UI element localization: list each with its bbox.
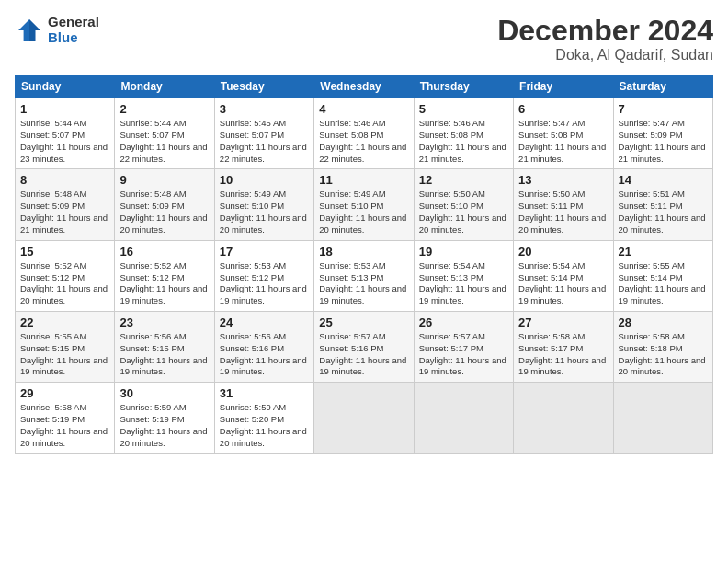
day-detail: Sunrise: 5:50 AMSunset: 5:11 PMDaylight:… (518, 189, 606, 234)
calendar-cell: 16Sunrise: 5:52 AMSunset: 5:12 PMDayligh… (115, 240, 214, 311)
calendar-title: December 2024 (497, 15, 713, 47)
day-number: 11 (319, 173, 408, 187)
col-thursday: Thursday (414, 75, 513, 98)
calendar-cell: 21Sunrise: 5:55 AMSunset: 5:14 PMDayligh… (613, 240, 712, 311)
logo: General Blue (15, 15, 99, 45)
day-detail: Sunrise: 5:55 AMSunset: 5:14 PMDaylight:… (619, 260, 706, 305)
day-number: 14 (619, 173, 708, 187)
day-number: 22 (20, 316, 109, 329)
calendar-cell: 10Sunrise: 5:49 AMSunset: 5:10 PMDayligh… (214, 169, 313, 240)
calendar-cell (314, 383, 414, 454)
day-number: 25 (319, 316, 408, 329)
day-detail: Sunrise: 5:53 AMSunset: 5:13 PMDaylight:… (319, 260, 406, 305)
week-row-1: 8Sunrise: 5:48 AMSunset: 5:09 PMDaylight… (16, 169, 713, 240)
calendar-body: 1Sunrise: 5:44 AMSunset: 5:07 PMDaylight… (16, 98, 713, 454)
calendar-header: Sunday Monday Tuesday Wednesday Thursday… (16, 75, 713, 98)
logo-text: General Blue (48, 15, 99, 45)
day-number: 31 (220, 386, 309, 400)
day-detail: Sunrise: 5:57 AMSunset: 5:17 PMDaylight:… (419, 331, 506, 376)
day-detail: Sunrise: 5:45 AMSunset: 5:07 PMDaylight:… (220, 118, 307, 163)
calendar-cell: 5Sunrise: 5:46 AMSunset: 5:08 PMDaylight… (414, 98, 513, 169)
day-number: 3 (220, 102, 309, 116)
svg-marker-1 (29, 19, 40, 41)
day-number: 15 (20, 245, 109, 259)
week-row-0: 1Sunrise: 5:44 AMSunset: 5:07 PMDaylight… (16, 98, 713, 169)
calendar-subtitle: Doka, Al Qadarif, Sudan (497, 47, 713, 63)
day-detail: Sunrise: 5:52 AMSunset: 5:12 PMDaylight:… (20, 260, 108, 305)
day-detail: Sunrise: 5:49 AMSunset: 5:10 PMDaylight:… (319, 189, 406, 234)
calendar-cell: 28Sunrise: 5:58 AMSunset: 5:18 PMDayligh… (613, 311, 712, 382)
week-row-3: 22Sunrise: 5:55 AMSunset: 5:15 PMDayligh… (16, 311, 713, 382)
day-number: 24 (220, 316, 309, 329)
calendar-cell: 25Sunrise: 5:57 AMSunset: 5:16 PMDayligh… (314, 311, 414, 382)
day-detail: Sunrise: 5:48 AMSunset: 5:09 PMDaylight:… (119, 189, 207, 234)
calendar-cell: 18Sunrise: 5:53 AMSunset: 5:13 PMDayligh… (314, 240, 414, 311)
title-block: December 2024 Doka, Al Qadarif, Sudan (497, 15, 713, 63)
calendar-cell: 8Sunrise: 5:48 AMSunset: 5:09 PMDaylight… (16, 169, 115, 240)
calendar-cell: 14Sunrise: 5:51 AMSunset: 5:11 PMDayligh… (613, 169, 712, 240)
logo-blue: Blue (48, 30, 99, 46)
day-detail: Sunrise: 5:54 AMSunset: 5:14 PMDaylight:… (518, 260, 606, 305)
day-number: 30 (119, 386, 209, 400)
col-saturday: Saturday (613, 75, 712, 98)
day-number: 18 (319, 245, 408, 259)
calendar-cell: 12Sunrise: 5:50 AMSunset: 5:10 PMDayligh… (414, 169, 513, 240)
day-number: 10 (220, 173, 309, 187)
day-detail: Sunrise: 5:48 AMSunset: 5:09 PMDaylight:… (20, 189, 108, 234)
calendar-cell: 24Sunrise: 5:56 AMSunset: 5:16 PMDayligh… (214, 311, 313, 382)
calendar-cell: 23Sunrise: 5:56 AMSunset: 5:15 PMDayligh… (115, 311, 214, 382)
day-detail: Sunrise: 5:50 AMSunset: 5:10 PMDaylight:… (419, 189, 506, 234)
day-detail: Sunrise: 5:44 AMSunset: 5:07 PMDaylight:… (119, 118, 207, 163)
logo-icon (15, 16, 44, 45)
day-detail: Sunrise: 5:49 AMSunset: 5:10 PMDaylight:… (220, 189, 307, 234)
calendar-cell (514, 383, 613, 454)
day-number: 8 (20, 173, 109, 187)
calendar-cell (414, 383, 513, 454)
col-wednesday: Wednesday (314, 75, 414, 98)
logo-general: General (48, 15, 99, 30)
calendar-cell: 6Sunrise: 5:47 AMSunset: 5:08 PMDaylight… (514, 98, 613, 169)
day-detail: Sunrise: 5:59 AMSunset: 5:19 PMDaylight:… (119, 402, 207, 447)
day-number: 1 (20, 102, 109, 116)
day-detail: Sunrise: 5:56 AMSunset: 5:15 PMDaylight:… (119, 331, 207, 376)
calendar-cell: 29Sunrise: 5:58 AMSunset: 5:19 PMDayligh… (16, 383, 115, 454)
day-number: 5 (419, 102, 508, 116)
calendar-cell: 17Sunrise: 5:53 AMSunset: 5:12 PMDayligh… (214, 240, 313, 311)
calendar-cell: 11Sunrise: 5:49 AMSunset: 5:10 PMDayligh… (314, 169, 414, 240)
col-friday: Friday (514, 75, 613, 98)
day-detail: Sunrise: 5:47 AMSunset: 5:09 PMDaylight:… (619, 118, 706, 163)
day-number: 20 (518, 245, 608, 259)
calendar-cell: 4Sunrise: 5:46 AMSunset: 5:08 PMDaylight… (314, 98, 414, 169)
day-number: 23 (119, 316, 209, 329)
calendar-cell: 22Sunrise: 5:55 AMSunset: 5:15 PMDayligh… (16, 311, 115, 382)
calendar-cell: 19Sunrise: 5:54 AMSunset: 5:13 PMDayligh… (414, 240, 513, 311)
calendar-cell (613, 383, 712, 454)
week-row-4: 29Sunrise: 5:58 AMSunset: 5:19 PMDayligh… (16, 383, 713, 454)
calendar-cell: 1Sunrise: 5:44 AMSunset: 5:07 PMDaylight… (16, 98, 115, 169)
page-container: General Blue December 2024 Doka, Al Qada… (0, 0, 728, 461)
day-detail: Sunrise: 5:46 AMSunset: 5:08 PMDaylight:… (319, 118, 406, 163)
col-monday: Monday (115, 75, 214, 98)
day-number: 27 (518, 316, 608, 329)
calendar-cell: 13Sunrise: 5:50 AMSunset: 5:11 PMDayligh… (514, 169, 613, 240)
day-number: 29 (20, 386, 109, 400)
calendar-cell: 26Sunrise: 5:57 AMSunset: 5:17 PMDayligh… (414, 311, 513, 382)
header: General Blue December 2024 Doka, Al Qada… (15, 15, 713, 63)
week-row-2: 15Sunrise: 5:52 AMSunset: 5:12 PMDayligh… (16, 240, 713, 311)
calendar-cell: 2Sunrise: 5:44 AMSunset: 5:07 PMDaylight… (115, 98, 214, 169)
day-detail: Sunrise: 5:55 AMSunset: 5:15 PMDaylight:… (20, 331, 108, 376)
day-detail: Sunrise: 5:59 AMSunset: 5:20 PMDaylight:… (220, 402, 307, 447)
day-detail: Sunrise: 5:44 AMSunset: 5:07 PMDaylight:… (20, 118, 108, 163)
header-row: Sunday Monday Tuesday Wednesday Thursday… (16, 75, 713, 98)
day-number: 12 (419, 173, 508, 187)
day-number: 26 (419, 316, 508, 329)
day-number: 4 (319, 102, 408, 116)
col-sunday: Sunday (16, 75, 115, 98)
day-detail: Sunrise: 5:46 AMSunset: 5:08 PMDaylight:… (419, 118, 506, 163)
day-number: 21 (619, 245, 708, 259)
day-number: 2 (119, 102, 209, 116)
day-detail: Sunrise: 5:58 AMSunset: 5:19 PMDaylight:… (20, 402, 108, 447)
day-detail: Sunrise: 5:54 AMSunset: 5:13 PMDaylight:… (419, 260, 506, 305)
calendar-cell: 15Sunrise: 5:52 AMSunset: 5:12 PMDayligh… (16, 240, 115, 311)
calendar-cell: 31Sunrise: 5:59 AMSunset: 5:20 PMDayligh… (214, 383, 313, 454)
